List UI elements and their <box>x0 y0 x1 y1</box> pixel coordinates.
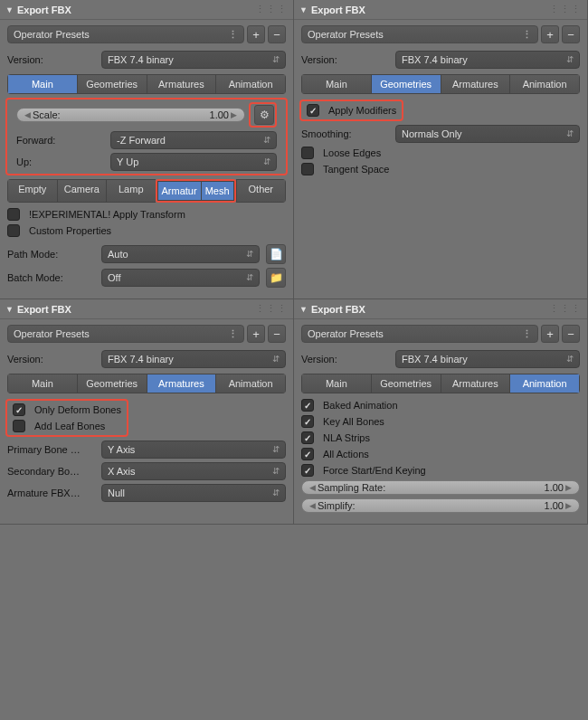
tab-animation[interactable]: Animation <box>509 74 580 94</box>
batch-mode-label: Batch Mode: <box>7 270 98 285</box>
smoothing-dropdown[interactable]: Normals Only <box>395 125 580 143</box>
preset-add-button[interactable]: + <box>247 25 265 43</box>
tab-animation[interactable]: Animation <box>215 374 286 393</box>
chevron-right-icon[interactable]: ▶ <box>564 501 574 510</box>
embed-textures-button[interactable]: 📄 <box>266 244 286 264</box>
grip-icon[interactable]: ⋮⋮⋮ <box>255 303 288 315</box>
key-all-bones-checkbox[interactable] <box>301 415 314 428</box>
version-dropdown[interactable]: FBX 7.4 binary <box>395 51 580 69</box>
grip-icon[interactable]: ⋮⋮⋮ <box>255 4 288 15</box>
tab-armatures[interactable]: Armatures <box>441 74 510 94</box>
tab-geometries[interactable]: Geometries <box>371 374 441 393</box>
panel-geometries: ▼ Export FBX ⋮⋮⋮ Operator Presets + − Ve… <box>294 0 588 299</box>
panel-title: Export FBX <box>17 5 255 15</box>
scale-field[interactable]: ◀ Scale: 1.00 ▶ <box>16 108 245 122</box>
tab-main[interactable]: Main <box>7 74 77 94</box>
collapse-icon[interactable]: ▼ <box>5 305 14 314</box>
tab-animation[interactable]: Animation <box>509 374 580 393</box>
batch-mode-dropdown[interactable]: Off <box>101 269 260 287</box>
tab-main[interactable]: Main <box>301 374 371 393</box>
version-dropdown[interactable]: FBX 7.4 binary <box>101 51 286 69</box>
preset-add-button[interactable]: + <box>541 325 559 343</box>
all-actions-checkbox[interactable] <box>301 448 314 460</box>
version-label: Version: <box>301 52 392 67</box>
chevron-right-icon[interactable]: ▶ <box>229 110 239 119</box>
tangent-space-checkbox[interactable] <box>301 163 314 175</box>
preset-remove-button[interactable]: − <box>268 25 286 43</box>
preset-add-button[interactable]: + <box>541 25 559 43</box>
preset-remove-button[interactable]: − <box>562 25 580 43</box>
tab-armatures[interactable]: Armatures <box>441 374 510 393</box>
tab-animation[interactable]: Animation <box>215 74 286 94</box>
nla-strips-label: NLA Strips <box>323 432 370 443</box>
type-lamp[interactable]: Lamp <box>106 179 156 203</box>
type-empty[interactable]: Empty <box>7 179 57 203</box>
tab-armatures[interactable]: Armatures <box>147 74 216 94</box>
add-leaf-label: Add Leaf Bones <box>34 421 105 431</box>
forward-label: Forward: <box>16 133 107 147</box>
tab-main[interactable]: Main <box>7 374 77 393</box>
tab-geometries[interactable]: Geometries <box>371 74 441 94</box>
forward-dropdown[interactable]: -Z Forward <box>110 131 277 149</box>
force-keying-checkbox[interactable] <box>301 464 314 477</box>
operator-presets-dropdown[interactable]: Operator Presets <box>7 25 244 43</box>
path-mode-dropdown[interactable]: Auto <box>101 245 260 263</box>
preset-remove-button[interactable]: − <box>268 325 286 343</box>
armature-fbx-dropdown[interactable]: Null <box>101 484 286 502</box>
loose-edges-checkbox[interactable] <box>301 147 314 159</box>
scale-value: 1.00 <box>210 109 229 120</box>
panel-header[interactable]: ▼ Export FBX ⋮⋮⋮ <box>0 0 293 20</box>
collapse-icon[interactable]: ▼ <box>299 5 308 14</box>
tab-main[interactable]: Main <box>301 74 371 94</box>
type-other[interactable]: Other <box>236 179 286 203</box>
unit-scale-button[interactable]: ⚙ <box>254 105 274 125</box>
tab-geometries[interactable]: Geometries <box>77 74 147 94</box>
tab-armatures[interactable]: Armatures <box>147 374 216 393</box>
apply-modifiers-checkbox[interactable] <box>307 104 319 117</box>
collapse-icon[interactable]: ▼ <box>5 5 14 14</box>
baked-animation-checkbox[interactable] <box>301 399 314 412</box>
custom-properties-label: Custom Properties <box>29 225 111 236</box>
add-leaf-checkbox[interactable] <box>13 420 25 432</box>
simplify-field[interactable]: ◀ Simplify: 1.00 ▶ <box>301 498 580 513</box>
primary-bone-dropdown[interactable]: Y Axis <box>101 441 286 459</box>
operator-presets-dropdown[interactable]: Operator Presets <box>301 25 538 43</box>
chevron-right-icon[interactable]: ▶ <box>564 483 574 492</box>
preset-add-button[interactable]: + <box>247 325 265 343</box>
operator-presets-dropdown[interactable]: Operator Presets <box>7 325 244 343</box>
apply-transform-label: !EXPERIMENTAL! Apply Transform <box>29 209 185 220</box>
custom-properties-checkbox[interactable] <box>7 224 20 237</box>
chevron-left-icon[interactable]: ◀ <box>23 110 33 119</box>
type-mesh[interactable]: Mesh <box>201 181 234 201</box>
nla-strips-checkbox[interactable] <box>301 431 314 444</box>
preset-remove-button[interactable]: − <box>562 325 580 343</box>
chevron-left-icon[interactable]: ◀ <box>308 483 318 492</box>
panel-armatures: ▼ Export FBX ⋮⋮⋮ Operator Presets + − Ve… <box>0 299 294 525</box>
chevron-left-icon[interactable]: ◀ <box>308 501 318 510</box>
tab-geometries[interactable]: Geometries <box>77 374 147 393</box>
panel-header[interactable]: ▼ Export FBX ⋮⋮⋮ <box>294 0 587 20</box>
tab-bar: Main Geometries Armatures Animation <box>7 74 286 94</box>
only-deform-checkbox[interactable] <box>13 403 25 416</box>
panel-title: Export FBX <box>17 304 255 315</box>
grip-icon[interactable]: ⋮⋮⋮ <box>549 4 582 15</box>
panel-header[interactable]: ▼ Export FBX ⋮⋮⋮ <box>0 299 293 319</box>
panel-header[interactable]: ▼ Export FBX ⋮⋮⋮ <box>294 299 587 319</box>
version-dropdown[interactable]: FBX 7.4 binary <box>395 350 580 368</box>
panel-main: ▼ Export FBX ⋮⋮⋮ Operator Presets + − Ve… <box>0 0 294 299</box>
secondary-bone-dropdown[interactable]: X Axis <box>101 462 286 480</box>
sampling-rate-field[interactable]: ◀ Sampling Rate: 1.00 ▶ <box>301 480 580 495</box>
sampling-rate-label: Sampling Rate: <box>318 482 545 493</box>
grip-icon[interactable]: ⋮⋮⋮ <box>549 303 582 315</box>
smoothing-label: Smoothing: <box>301 127 392 141</box>
up-dropdown[interactable]: Y Up <box>110 153 277 171</box>
operator-presets-dropdown[interactable]: Operator Presets <box>301 325 538 343</box>
panel-animation: ▼ Export FBX ⋮⋮⋮ Operator Presets + − Ve… <box>294 299 588 525</box>
batch-own-dir-button[interactable]: 📁 <box>266 268 286 288</box>
collapse-icon[interactable]: ▼ <box>299 305 308 314</box>
apply-transform-checkbox[interactable] <box>7 208 20 221</box>
version-label: Version: <box>301 352 392 366</box>
type-camera[interactable]: Camera <box>57 179 107 203</box>
type-armature[interactable]: Armatur <box>157 181 201 201</box>
version-dropdown[interactable]: FBX 7.4 binary <box>101 350 286 368</box>
